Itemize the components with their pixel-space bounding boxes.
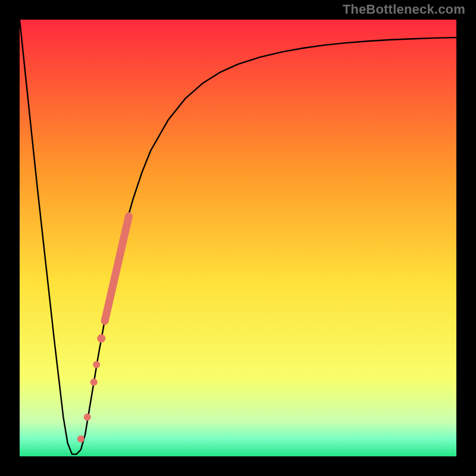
chart-frame: TheBottleneck.com <box>0 0 476 476</box>
marker-dot <box>77 436 84 443</box>
marker-dot <box>90 378 98 386</box>
plot-area <box>20 20 456 456</box>
marker-dot <box>97 334 105 343</box>
marker-dot <box>84 414 91 421</box>
gradient-background <box>20 20 456 456</box>
marker-dot <box>93 361 100 368</box>
watermark-text: TheBottleneck.com <box>343 2 465 17</box>
chart-svg <box>20 20 456 456</box>
